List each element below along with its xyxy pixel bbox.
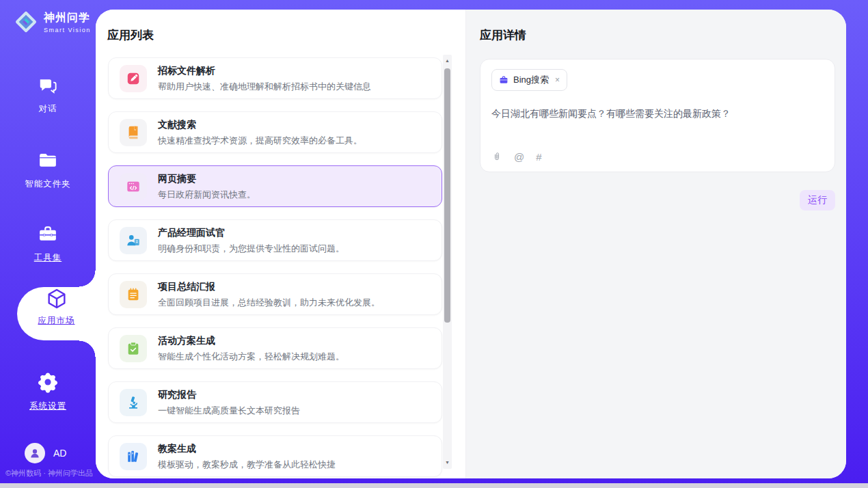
interviewer-icon	[120, 227, 147, 254]
app-card-title: 文献搜索	[158, 119, 196, 130]
main-content: 应用列表 招标文件解析 帮助用户快速、准确地理解和解析招标书中的关键信息	[96, 10, 846, 478]
app-card-desc: 明确身份和职责，为您提供专业性的面试问题。	[158, 243, 344, 255]
app-card-web-summary[interactable]: 网页摘要 每日政府新闻资讯快查。	[108, 165, 442, 207]
app-card-title: 教案生成	[158, 443, 196, 454]
window-bottom-strip	[0, 483, 868, 488]
app-card-list: 招标文件解析 帮助用户快速、准确地理解和解析招标书中的关键信息 文献搜索 快速精…	[108, 57, 442, 478]
scroll-up-icon[interactable]: ▲	[443, 56, 452, 66]
briefcase-icon	[499, 75, 508, 85]
app-card-desc: 每日政府新闻资讯快查。	[158, 189, 256, 201]
web-code-icon	[120, 173, 147, 200]
sidebar-item-chat[interactable]: 对话	[0, 75, 96, 115]
copyright-text: ©神州数码 · 神州问学出品	[5, 468, 93, 478]
cube-icon	[45, 301, 68, 312]
brand-subtitle: Smart Vision	[44, 27, 91, 33]
sidebar-item-label: 对话	[0, 103, 96, 115]
prompt-text[interactable]: 今日湖北有哪些新闻要点？有哪些需要关注的最新政策？	[491, 108, 824, 120]
app-window: 神州问学 Smart Vision 对话 智能文件夹 工具集	[0, 0, 868, 488]
chat-icon	[38, 75, 58, 97]
app-card-title: 项目总结汇报	[158, 281, 215, 292]
sidebar-item-label: 应用市场	[17, 315, 96, 327]
sidebar-item-toolset[interactable]: 工具集	[0, 224, 96, 264]
app-card-desc: 帮助用户快速、准确地理解和解析招标书中的关键信息	[158, 81, 371, 93]
run-button[interactable]: 运行	[800, 190, 835, 211]
close-icon[interactable]: ×	[555, 75, 560, 85]
paperclip-icon[interactable]	[491, 152, 502, 163]
app-card-title: 研究报告	[158, 389, 196, 400]
book-icon	[120, 119, 147, 146]
app-card-lesson-plan[interactable]: 教案生成 模板驱动，教案秒成，教学准备从此轻松快捷	[108, 435, 442, 477]
app-card-title: 招标文件解析	[158, 65, 215, 76]
app-card-bid-document-parsing[interactable]: 招标文件解析 帮助用户快速、准确地理解和解析招标书中的关键信息	[108, 57, 442, 99]
sidebar-item-settings[interactable]: 系统设置	[0, 371, 96, 412]
tool-chip-label: Bing搜索	[513, 74, 549, 86]
folder-icon	[37, 150, 59, 172]
app-detail-panel: 应用详情 Bing搜索 × 今日湖北有哪些新闻要点？有哪些需要关注的最新政策？ …	[466, 10, 846, 478]
app-card-pm-interviewer[interactable]: 产品经理面试官 明确身份和职责，为您提供专业性的面试问题。	[108, 219, 442, 261]
app-card-desc: 全面回顾项目进展，总结经验教训，助力未来优化发展。	[158, 297, 380, 309]
scroll-down-icon[interactable]: ▼	[443, 458, 452, 467]
edit-document-icon	[120, 65, 147, 92]
app-list-panel: 应用列表 招标文件解析 帮助用户快速、准确地理解和解析招标书中的关键信息	[96, 10, 466, 478]
sidebar-item-label: 工具集	[0, 252, 96, 264]
toolbox-icon	[37, 224, 59, 246]
app-card-title: 产品经理面试官	[158, 227, 225, 238]
app-card-research-report[interactable]: 研究报告 一键智能生成高质量长文本研究报告	[108, 381, 442, 423]
composer-toolbar: @ #	[491, 151, 542, 163]
prompt-editor[interactable]: Bing搜索 × 今日湖北有哪些新闻要点？有哪些需要关注的最新政策？ @ #	[480, 59, 835, 172]
brand-name: 神州问学	[44, 11, 91, 25]
sidebar-item-label: 系统设置	[0, 401, 96, 412]
mention-icon[interactable]: @	[514, 151, 524, 163]
user-name: AD	[53, 448, 66, 459]
microscope-icon	[120, 389, 147, 416]
app-list-scrollbar[interactable]: ▲ ▼	[443, 55, 452, 469]
notepad-icon	[120, 281, 147, 308]
app-card-event-plan[interactable]: 活动方案生成 智能生成个性化活动方案，轻松解决规划难题。	[108, 327, 442, 369]
app-card-desc: 一键智能生成高质量长文本研究报告	[158, 405, 300, 417]
sidebar: 神州问学 Smart Vision 对话 智能文件夹 工具集	[0, 0, 96, 488]
app-card-desc: 模板驱动，教案秒成，教学准备从此轻松快捷	[158, 459, 336, 471]
app-card-desc: 快速精准查找学术资源，提高研究效率的必备工具。	[158, 135, 362, 147]
sidebar-item-app-market[interactable]: 应用市场	[17, 287, 96, 340]
app-card-literature-search[interactable]: 文献搜索 快速精准查找学术资源，提高研究效率的必备工具。	[108, 111, 442, 153]
brand-logo: 神州问学 Smart Vision	[12, 8, 91, 36]
avatar	[25, 443, 45, 463]
user-account[interactable]: AD	[25, 443, 66, 463]
sidebar-item-smart-folder[interactable]: 智能文件夹	[0, 150, 96, 190]
sidebar-item-label: 智能文件夹	[0, 178, 96, 190]
brand-text: 神州问学 Smart Vision	[44, 11, 91, 33]
clipboard-check-icon	[120, 335, 147, 362]
app-card-title: 活动方案生成	[158, 335, 215, 346]
hashtag-icon[interactable]: #	[536, 151, 541, 163]
scrollbar-thumb[interactable]	[444, 68, 450, 323]
gear-icon	[37, 371, 59, 393]
app-detail-title: 应用详情	[480, 27, 835, 43]
app-card-desc: 智能生成个性化活动方案，轻松解决规划难题。	[158, 351, 344, 363]
app-card-project-summary[interactable]: 项目总结汇报 全面回顾项目进展，总结经验教训，助力未来优化发展。	[108, 273, 442, 315]
tool-chip-bing-search[interactable]: Bing搜索 ×	[491, 69, 567, 91]
app-list-title: 应用列表	[107, 27, 154, 43]
books-icon	[120, 443, 147, 470]
app-card-title: 网页摘要	[158, 173, 196, 184]
diamond-logo-icon	[12, 8, 40, 36]
